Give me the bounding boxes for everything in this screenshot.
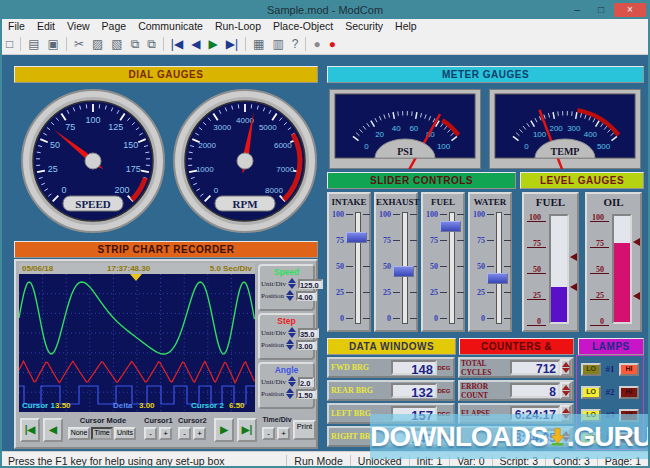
svg-text:6.50: 6.50 bbox=[229, 401, 245, 410]
slider-scale-label: 0 bbox=[330, 314, 344, 323]
position-spinner[interactable] bbox=[286, 290, 294, 301]
level-tick bbox=[527, 221, 546, 222]
slider-tick-left bbox=[393, 214, 400, 215]
slider-tick-left bbox=[393, 240, 400, 241]
print-button[interactable]: Print bbox=[293, 420, 316, 440]
channel-unit-div-value[interactable]: 2.0 bbox=[298, 377, 314, 387]
position-spinner[interactable] bbox=[286, 339, 294, 350]
timediv-increment-button[interactable]: + bbox=[277, 427, 290, 440]
first-page-icon[interactable]: |◀ bbox=[167, 34, 187, 54]
prev-page-icon[interactable]: ◀ bbox=[187, 34, 204, 54]
slider-title: INTAKE bbox=[329, 197, 369, 207]
fast-forward-button[interactable]: ▶| bbox=[237, 418, 257, 442]
slider-thumb[interactable] bbox=[440, 221, 461, 232]
stop-lamp-icon[interactable]: ● bbox=[309, 34, 324, 54]
meter-gauge-psi: 020406080100PSI bbox=[329, 89, 481, 169]
open-icon[interactable]: ▤ bbox=[24, 34, 43, 54]
cursor1-decrement-button[interactable]: - bbox=[144, 427, 157, 440]
slider-scale-label: 50 bbox=[471, 262, 485, 271]
cut-icon[interactable]: ✂ bbox=[70, 34, 88, 54]
cursor-mode-none-button[interactable]: None bbox=[68, 427, 90, 440]
counter-spinner-button[interactable] bbox=[560, 359, 571, 376]
slider-thumb[interactable] bbox=[393, 266, 414, 277]
rewind-button[interactable]: |◀ bbox=[20, 418, 40, 442]
counter-spinner-arrows[interactable] bbox=[562, 362, 570, 373]
menu-security[interactable]: Security bbox=[339, 20, 389, 32]
duplicate-icon[interactable]: ⧉ bbox=[143, 34, 160, 54]
help-icon[interactable]: ? bbox=[288, 34, 303, 54]
svg-text:200: 200 bbox=[114, 185, 129, 195]
channel-unit-div-value[interactable]: 35.0 bbox=[298, 328, 319, 338]
menu-view[interactable]: View bbox=[61, 20, 96, 32]
counter-value: 8 bbox=[510, 383, 560, 398]
cursor2-increment-button[interactable]: + bbox=[193, 427, 206, 440]
data-window-value: 148 bbox=[391, 360, 437, 375]
menu-place-object[interactable]: Place-Object bbox=[267, 20, 339, 32]
menu-page[interactable]: Page bbox=[96, 20, 133, 32]
copy-page-icon[interactable]: ⧉ bbox=[127, 34, 144, 54]
maximize-button[interactable]: □ bbox=[590, 3, 612, 17]
channel-unit-div-value[interactable]: 125.0 bbox=[298, 279, 323, 289]
title-bar: Sample.mod - ModCom –□× bbox=[2, 2, 648, 19]
menu-edit[interactable]: Edit bbox=[31, 20, 61, 32]
data-window-value: 132 bbox=[391, 383, 437, 398]
run-icon[interactable]: ▶ bbox=[204, 34, 221, 54]
channel-position-value[interactable]: 1.50 bbox=[296, 389, 317, 399]
svg-text:60: 60 bbox=[409, 124, 418, 133]
paste-icon[interactable]: ▧ bbox=[107, 34, 126, 54]
svg-text:100: 100 bbox=[437, 142, 451, 151]
window-icon[interactable]: ▦ bbox=[249, 34, 268, 54]
last-page-icon[interactable]: ▶| bbox=[222, 34, 242, 54]
menu-communicate[interactable]: Communicate bbox=[132, 20, 209, 32]
data-window-unit: DEG bbox=[437, 388, 451, 394]
cursor-mode-time-button[interactable]: Time bbox=[91, 427, 113, 440]
channel-unit-div-label: Unit/Div bbox=[261, 378, 286, 386]
counter-spinner-button[interactable] bbox=[560, 382, 571, 399]
step-back-button[interactable]: ◀ bbox=[43, 418, 63, 442]
channel-position-label: Position bbox=[261, 390, 284, 398]
copy-icon[interactable]: ▨ bbox=[88, 34, 107, 54]
unit-div-spinner[interactable] bbox=[288, 278, 296, 289]
save-icon[interactable]: ▣ bbox=[44, 34, 63, 54]
level-setpoint-marker[interactable] bbox=[570, 253, 577, 261]
window-controls: –□× bbox=[566, 3, 646, 17]
app-window: Sample.mod - ModCom –□× FileEditViewPage… bbox=[0, 0, 650, 468]
slider-thumb[interactable] bbox=[487, 273, 508, 284]
slider-tick-right bbox=[504, 292, 511, 293]
menu-file[interactable]: File bbox=[2, 20, 31, 32]
minimize-button[interactable]: – bbox=[566, 3, 588, 17]
counter-spinner-arrows[interactable] bbox=[562, 385, 570, 396]
slider-scale-label: 25 bbox=[330, 288, 344, 297]
cursor1-increment-button[interactable]: + bbox=[159, 427, 172, 440]
channel-unit-div-row: Unit/Div35.0 bbox=[261, 327, 312, 338]
level-setpoint-marker[interactable] bbox=[633, 238, 640, 246]
svg-text:7000: 7000 bbox=[276, 165, 294, 174]
new-icon[interactable]: □ bbox=[2, 34, 17, 54]
slider-panel-fuel: FUEL0255075100 bbox=[421, 192, 465, 332]
menu-help[interactable]: Help bbox=[389, 20, 423, 32]
timediv-decrement-button[interactable]: - bbox=[262, 427, 275, 440]
level-setpoint-marker[interactable] bbox=[570, 283, 577, 291]
slider-track[interactable] bbox=[496, 212, 502, 324]
position-spinner[interactable] bbox=[286, 388, 294, 399]
unit-div-spinner[interactable] bbox=[288, 376, 296, 387]
cursor2-label: Cursor2 bbox=[178, 416, 206, 425]
print-icon[interactable]: ▥ bbox=[268, 34, 287, 54]
play-button[interactable]: ▶ bbox=[214, 418, 234, 442]
slider-tick-right bbox=[410, 240, 417, 241]
channel-unit-div-row: Unit/Div2.0 bbox=[261, 376, 312, 387]
channel-position-value[interactable]: 3.00 bbox=[296, 340, 317, 350]
unit-div-spinner[interactable] bbox=[288, 327, 296, 338]
lamps-header: LAMPS bbox=[578, 338, 644, 355]
meter-gauge-temp: 0100200300400500TEMP bbox=[489, 89, 641, 169]
close-button[interactable]: × bbox=[614, 3, 646, 17]
menu-run-loop[interactable]: Run-Loop bbox=[209, 20, 267, 32]
slider-tick-right bbox=[457, 266, 464, 267]
slider-thumb[interactable] bbox=[346, 232, 367, 243]
channel-position-value[interactable]: 4.00 bbox=[296, 291, 317, 301]
cursor2-decrement-button[interactable]: - bbox=[178, 427, 191, 440]
slider-track[interactable] bbox=[355, 212, 361, 324]
record-lamp-icon[interactable]: ● bbox=[325, 34, 340, 54]
cursor-mode-units-button[interactable]: Units bbox=[114, 427, 136, 440]
level-setpoint-marker[interactable] bbox=[633, 292, 640, 300]
